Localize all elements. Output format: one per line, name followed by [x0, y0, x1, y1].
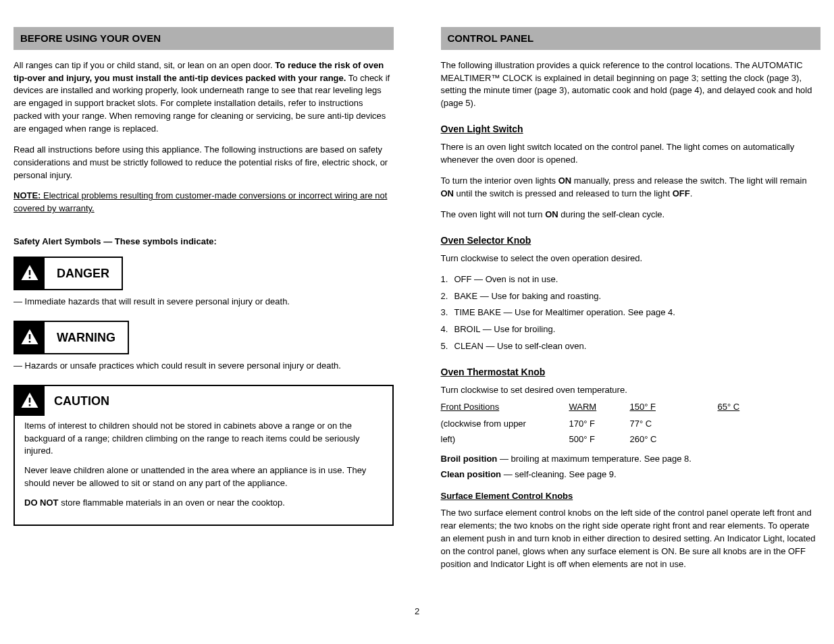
svg-rect-1	[29, 270, 31, 275]
danger-definition: — Immediate hazards that will result in …	[14, 296, 394, 308]
control-panel-intro: The following illustration provides a qu…	[441, 59, 821, 110]
page-number: 2	[14, 606, 820, 618]
subhead-oven-light: Oven Light Switch	[441, 122, 821, 136]
list-item: 1.OFF — Oven is not in use.	[441, 273, 821, 286]
thermostat-clean: Clean position — self-cleaning. See page…	[441, 468, 821, 481]
warning-definition: — Hazards or unsafe practices which coul…	[14, 360, 394, 373]
alert-triangle-icon	[15, 322, 45, 353]
svg-rect-5	[29, 341, 31, 343]
list-text: OFF — Oven is not in use.	[454, 273, 821, 286]
list-num: 5.	[441, 340, 454, 353]
right-section-title: CONTROL PANEL	[441, 27, 821, 50]
txt: The oven light will not turn	[441, 209, 546, 219]
caution-p2: Never leave children alone or unattended…	[24, 464, 383, 490]
right-column: CONTROL PANEL The following illustration…	[441, 27, 821, 579]
list-num: 2.	[441, 290, 454, 303]
list-item: 4.BROIL — Use for broiling.	[441, 323, 821, 336]
fp-col4: 65° C	[718, 401, 821, 414]
read-instructions-paragraph: Read all instructions before using this …	[14, 144, 394, 182]
oven-light-p1: There is an oven light switch located on…	[441, 141, 821, 167]
subhead-oven-thermostat: Oven Thermostat Knob	[441, 365, 821, 379]
thermostat-line1: Turn clockwise to set desired oven tempe…	[441, 384, 821, 397]
caution-box: CAUTION Items of interest to children sh…	[14, 385, 394, 526]
label: Broil position	[441, 454, 498, 464]
oven-selector-list: 1.OFF — Oven is not in use. 2.BAKE — Use…	[441, 273, 821, 353]
cell: 260° C	[630, 433, 718, 446]
caution-body: Items of interest to children should not…	[15, 416, 392, 525]
danger-label: DANGER	[45, 258, 122, 289]
tip-over-paragraph: All ranges can tip if you or child stand…	[14, 59, 394, 136]
svg-rect-4	[29, 334, 31, 340]
table-row: left) 500° F 260° C	[441, 433, 821, 446]
cell: 500° F	[569, 433, 630, 446]
cell: 77° C	[630, 418, 718, 431]
svg-rect-7	[29, 398, 31, 403]
caution-p3-donot: DO NOT	[24, 498, 59, 508]
left-column: BEFORE USING YOUR OVEN All ranges can ti…	[14, 27, 394, 579]
tip-over-intro: All ranges can tip if you or child stand…	[14, 60, 275, 70]
cell: (clockwise from upper	[441, 418, 569, 431]
label: Clean position	[441, 469, 502, 479]
list-num: 4.	[441, 323, 454, 336]
list-item: 5.CLEAN — Use to self-clean oven.	[441, 340, 821, 353]
note-paragraph: NOTE: Electrical problems resulting from…	[14, 190, 394, 215]
warning-signal-box: WARNING	[14, 321, 129, 354]
surface-elements-paragraph: The two surface element control knobs on…	[441, 507, 821, 570]
svg-rect-8	[29, 404, 31, 406]
thermostat-broil: Broil position — broiling at maximum tem…	[441, 453, 821, 466]
list-text: CLEAN — Use to self-clean oven.	[454, 340, 821, 353]
txt: manually, press and release the switch. …	[571, 176, 807, 186]
list-text: TIME BAKE — Use for Mealtimer operation.…	[454, 306, 821, 319]
caution-p3-rest: store flammable materials in an oven or …	[61, 498, 285, 508]
cell: left)	[441, 433, 569, 446]
table-row: (clockwise from upper 170° F 77° C	[441, 418, 821, 431]
danger-signal-box: DANGER	[14, 257, 123, 290]
left-section-title: BEFORE USING YOUR OVEN	[14, 27, 394, 50]
oven-light-p2: To turn the interior oven lights ON manu…	[441, 175, 821, 200]
caution-label: CAUTION	[45, 387, 119, 415]
on-text: ON	[441, 188, 454, 198]
txt: — broiling at maximum temperature. See p…	[500, 454, 692, 464]
warning-label: WARNING	[45, 322, 128, 353]
subhead-surface-elements: Surface Element Control Knobs	[441, 490, 821, 503]
caution-p1: Items of interest to children should not…	[24, 420, 383, 458]
subhead-text: Oven Thermostat Knob	[441, 367, 546, 377]
txt: until the switch is pressed and released…	[454, 188, 673, 198]
on-text: ON	[558, 176, 572, 186]
front-positions-header: Front Positions WARM 150° F 65° C	[441, 401, 821, 414]
list-num: 1.	[441, 273, 454, 286]
alert-triangle-icon	[15, 386, 45, 416]
off-text: OFF	[673, 188, 690, 198]
cell: 170° F	[569, 418, 630, 431]
caution-header: CAUTION	[15, 386, 392, 416]
txt: during the self-clean cycle.	[558, 209, 665, 219]
list-text: BROIL — Use for broiling.	[454, 323, 821, 336]
list-item: 2.BAKE — Use for baking and roasting.	[441, 290, 821, 303]
cell	[718, 433, 821, 446]
warning-row: WARNING	[14, 321, 394, 363]
oven-selector-intro: Turn clockwise to select the oven operat…	[441, 252, 821, 265]
list-num: 3.	[441, 306, 454, 319]
note-text: Electrical problems resulting from custo…	[14, 190, 387, 213]
caution-p3: DO NOT store flammable materials in an o…	[24, 497, 383, 510]
subhead-oven-selector: Oven Selector Knob	[441, 234, 821, 247]
on-text: ON	[545, 209, 558, 219]
txt: — self-cleaning. See page 9.	[504, 469, 617, 479]
svg-rect-2	[29, 277, 31, 279]
danger-row: DANGER	[14, 257, 394, 298]
fp-col3: 150° F	[630, 401, 718, 414]
list-item: 3.TIME BAKE — Use for Mealtimer operatio…	[441, 306, 821, 319]
alert-triangle-icon	[15, 258, 45, 289]
list-text: BAKE — Use for baking and roasting.	[454, 290, 821, 303]
txt: .	[690, 188, 693, 198]
oven-light-p3: The oven light will not turn ON during t…	[441, 209, 821, 221]
safety-alert-intro: Safety Alert Symbols — These symbols ind…	[14, 236, 394, 248]
cell	[718, 418, 821, 431]
fp-col2: WARM	[569, 401, 630, 414]
fp-col1: Front Positions	[441, 401, 569, 414]
note-label: NOTE:	[14, 190, 43, 200]
txt: To turn the interior oven lights	[441, 176, 558, 186]
